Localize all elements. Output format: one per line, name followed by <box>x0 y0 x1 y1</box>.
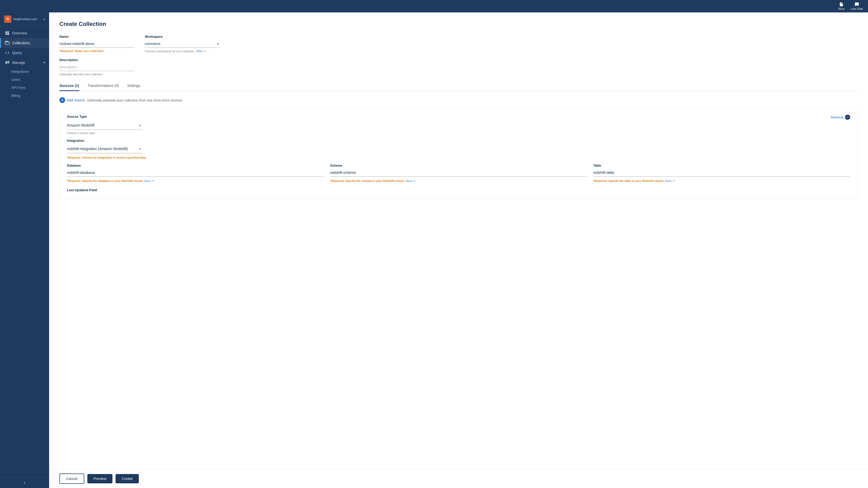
integration-section: Integration redshift-integration (Amazon… <box>67 139 850 160</box>
sidebar-item-overview[interactable]: Overview <box>0 28 49 38</box>
sidebar-item-query[interactable]: Query <box>0 48 49 58</box>
topbar: Docs Live Chat <box>0 0 868 12</box>
sidebar-item-label: Collections <box>12 41 30 45</box>
database-required: *Required: Specify the database in your … <box>67 179 145 182</box>
table-label: Table <box>593 164 850 167</box>
cancel-button[interactable]: Cancel <box>59 473 84 484</box>
name-required-text: *Required: Name your collection. <box>59 50 134 53</box>
sidebar-item-label: Manage <box>12 61 25 65</box>
database-field: Database *Required: Specify the database… <box>67 164 324 183</box>
docs-label: Docs <box>838 7 844 10</box>
sidebar-collapse-button[interactable] <box>0 478 49 488</box>
description-hint: Optionally describe your collection. <box>59 73 134 76</box>
chevron-down-icon: ▾ <box>44 18 45 21</box>
source-type-select[interactable]: Amazon Redshift <box>67 121 142 130</box>
tab-sources[interactable]: Sources (1) <box>59 81 79 91</box>
page-title: Create Collection <box>59 21 858 27</box>
manage-icon <box>5 60 9 65</box>
sidebar-item-manage[interactable]: Manage ▾ <box>0 58 49 67</box>
collapse-icon <box>23 481 27 485</box>
source-type-label: Source Type <box>67 115 142 118</box>
source-type-section: Source Type Amazon Redshift ▾ Choose a s… <box>67 115 142 135</box>
chat-icon <box>855 2 859 7</box>
table-field: Table *Required: Specify the table in yo… <box>593 164 850 183</box>
table-input[interactable] <box>593 169 850 177</box>
table-required: *Required: Specify the table in your Red… <box>593 179 665 182</box>
description-input[interactable] <box>59 63 134 71</box>
name-field: Name *Required: Name your collection. <box>59 35 134 53</box>
sidebar-item-api-keys[interactable]: API Keys <box>0 84 49 92</box>
docs-icon <box>839 2 844 7</box>
schema-label: Schema <box>330 164 587 167</box>
live-chat-label: Live Chat <box>851 7 863 10</box>
schema-input[interactable] <box>330 169 587 177</box>
workspace-hint: Choose a workspace for your collection. <box>145 50 195 53</box>
manage-chevron-icon: ▾ <box>43 61 45 64</box>
sidebar-item-integrations[interactable]: Integrations <box>0 67 49 76</box>
create-button[interactable]: Create <box>116 474 139 483</box>
preview-button[interactable]: Preview <box>87 474 113 483</box>
add-source-button[interactable]: + Add source <box>59 97 85 103</box>
add-source-hint: Optionally populate your collection from… <box>87 98 183 102</box>
database-label: Database <box>67 164 324 167</box>
database-docs-link[interactable]: Docs ↗ <box>145 179 154 182</box>
footer: Cancel Preview Create <box>49 469 868 488</box>
tabs: Sources (1) Transformations (0) Settings <box>59 81 858 91</box>
live-chat-link[interactable]: Live Chat <box>851 2 863 10</box>
remove-minus-icon: − <box>845 115 850 120</box>
sidebar-item-label: Query <box>12 51 22 55</box>
sidebar-item-collections[interactable]: Collections <box>0 38 49 48</box>
table-docs-link[interactable]: Docs ↗ <box>665 179 675 182</box>
integration-label: Integration <box>67 139 850 143</box>
docs-link[interactable]: Docs <box>838 2 844 10</box>
sidebar-item-users[interactable]: Users <box>0 76 49 84</box>
db-schema-table-row: Database *Required: Specify the database… <box>67 164 850 183</box>
query-icon <box>5 51 9 55</box>
workspace-docs-link[interactable]: Docs ↗ <box>196 50 206 53</box>
sidebar: R kw@rockset.com ▾ Overview Collections … <box>0 12 49 488</box>
user-menu[interactable]: R kw@rockset.com ▾ <box>0 12 49 26</box>
overview-icon <box>5 31 9 35</box>
workspace-select[interactable]: commons <box>145 40 220 48</box>
name-input[interactable] <box>59 40 134 48</box>
description-field: Description Optionally describe your col… <box>59 58 134 76</box>
tab-transformations[interactable]: Transformations (0) <box>87 81 119 91</box>
workspace-field: Workspace commons ▾ Choose a workspace f… <box>145 35 220 53</box>
name-label: Name <box>59 35 134 38</box>
last-updated-label: Last Updated Field <box>67 188 850 192</box>
integration-select[interactable]: redshift-integration (Amazon Redshift) <box>67 145 142 153</box>
avatar: R <box>4 16 11 23</box>
schema-field: Schema *Required: Specify the schema in … <box>330 164 587 183</box>
source-type-hint: Choose a source type. <box>67 132 142 135</box>
integration-required: *Required: Choose an integration to acce… <box>67 156 146 159</box>
main-content: Create Collection Name *Required: Name y… <box>49 12 868 488</box>
collections-icon <box>5 40 9 45</box>
sidebar-item-billing[interactable]: Billing <box>0 92 49 99</box>
schema-required: *Required: Specify the schema in your Re… <box>330 179 406 182</box>
user-email: kw@rockset.com <box>13 17 42 21</box>
tab-settings[interactable]: Settings <box>127 81 141 91</box>
description-label: Description <box>59 58 134 62</box>
remove-source-button[interactable]: Remove − <box>831 115 850 120</box>
workspace-label: Workspace <box>145 35 220 38</box>
source-card: Source Type Amazon Redshift ▾ Choose a s… <box>59 108 858 198</box>
add-source-plus-icon: + <box>59 97 65 103</box>
add-source-row: + Add source Optionally populate your co… <box>59 97 858 103</box>
sidebar-item-label: Overview <box>12 31 27 35</box>
sidebar-nav: Overview Collections Query Manage ▾ Inte… <box>0 26 49 478</box>
database-input[interactable] <box>67 169 324 177</box>
schema-docs-link[interactable]: Docs ↗ <box>406 179 415 182</box>
